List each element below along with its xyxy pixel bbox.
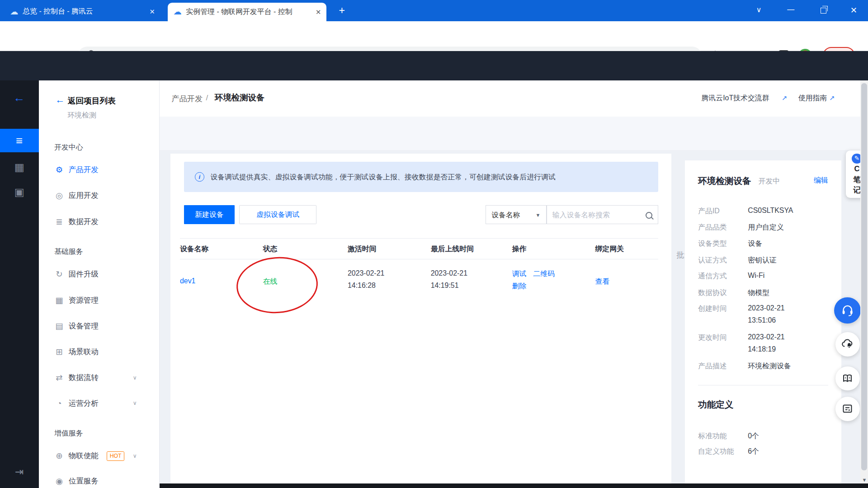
panel-divider (698, 385, 828, 385)
close-window-button[interactable]: ✕ (850, 5, 857, 15)
gateway-view-link[interactable]: 查看 (595, 277, 609, 286)
sidebar-section-dev-center: 开发中心 (54, 143, 83, 152)
rail-menu-item-active[interactable]: ≡ (0, 129, 39, 152)
layout-panel-icon[interactable]: ▣ (0, 186, 39, 198)
product-desc-value: 环境检测设备 (748, 361, 791, 371)
dropdown-arrow-icon: ▼ (535, 212, 540, 218)
col-operations: 操作 (512, 244, 527, 254)
device-debug-card: i 设备调试提供真实、虚拟设备调试功能，便于测试设备上报、接收数据是否正常，可创… (170, 154, 671, 483)
firmware-refresh-icon: ↻ (54, 269, 64, 279)
collapse-sidebar-icon[interactable]: ⇥ (0, 465, 39, 478)
open-book-icon (841, 372, 854, 385)
op-delete-link[interactable]: 删除 (512, 282, 527, 291)
device-doc-icon: ▤ (54, 321, 64, 331)
note-letter: C (854, 164, 860, 174)
table-header-row (180, 239, 658, 259)
new-device-button[interactable]: 新建设备 (184, 205, 235, 224)
virtual-device-debug-button[interactable]: 虚拟设备调试 (239, 205, 316, 224)
iot-community-link[interactable]: 腾讯云IoT技术交流群 (701, 94, 769, 103)
sidebar-item-resource-mgmt[interactable]: 资源管理 (69, 296, 99, 305)
notification-button[interactable] (835, 332, 860, 357)
tab-search-icon[interactable]: ∨ (756, 5, 762, 14)
last-online-time: 14:19:51 (431, 282, 459, 290)
external-link-icon: ↗ (782, 94, 787, 102)
user-guide-link[interactable]: 使用指南 (798, 94, 827, 103)
sidebar-item-data-flow[interactable]: 数据流转 (69, 373, 99, 383)
field-label: 产品品类 (698, 223, 727, 232)
grid-apps-icon[interactable]: ▦ (0, 161, 39, 174)
sidebar-section-value-added: 增值服务 (54, 429, 83, 438)
step-wizard: ✓ 物模型 › ✓ 设备开发 › ✓ 交互开发 › 4 设备调试 › 5 批量投… (160, 117, 868, 150)
minimize-button[interactable]: — (787, 5, 794, 14)
chevron-down-icon: ∨ (133, 400, 137, 406)
collapse-back-arrow-icon[interactable]: ← (13, 91, 25, 104)
product-id-value: CS0SLTKSYA (748, 206, 793, 215)
tab-title: 总览 - 控制台 - 腾讯云 (23, 7, 145, 16)
scrollbar-down-arrow[interactable]: ▼ (862, 477, 867, 483)
field-label: 认证方式 (698, 256, 727, 265)
browser-tab-iot-active[interactable]: ☁ 实例管理 - 物联网开发平台 - 控制 ✕ (168, 3, 326, 21)
op-debug-link[interactable]: 调试 (512, 269, 527, 279)
search-icon[interactable] (646, 212, 652, 219)
browser-tab-overview[interactable]: ☁ 总览 - 控制台 - 腾讯云 ✕ (5, 3, 160, 20)
chevron-down-icon: ∨ (133, 453, 137, 459)
breadcrumb-separator: / (206, 93, 208, 103)
window-bottom-edge (160, 483, 868, 488)
survey-list-icon (841, 403, 854, 415)
sidebar-item-app-dev[interactable]: 应用开发 (69, 191, 99, 201)
created-time-value: 13:51:06 (748, 316, 776, 324)
field-label: 创建时间 (698, 304, 727, 314)
tencent-cloud-favicon: ☁ (10, 7, 18, 17)
filter-field-dropdown[interactable]: 设备名称 ▼ (486, 205, 547, 224)
edit-link[interactable]: 编辑 (814, 176, 828, 185)
customer-service-button[interactable] (834, 297, 861, 324)
sidebar-item-location-service[interactable]: 位置服务 (69, 476, 99, 486)
modified-date-value: 2023-02-21 (748, 333, 784, 341)
product-info-panel: 环境检测设备 开发中 编辑 产品ID CS0SLTKSYA 产品品类 用户自定义… (685, 160, 842, 483)
page-title: 环境检测设备 (215, 92, 264, 103)
sidebar-item-scene-linkage[interactable]: 场景联动 (69, 347, 99, 357)
tab-title: 实例管理 - 物联网开发平台 - 控制 (186, 7, 311, 17)
modified-time-value: 14:18:19 (748, 345, 776, 353)
custom-feature-count: 6个 (748, 447, 759, 456)
page-scrollbar-thumb[interactable] (861, 83, 867, 470)
device-name-link[interactable]: dev1 (180, 277, 196, 285)
restore-window-button[interactable] (821, 8, 826, 14)
browser-address-bar: ← → ⟳ console.cloud.tencent.com/iotexplo… (0, 21, 868, 51)
device-type-value: 设备 (748, 239, 762, 249)
data-flow-icon: ⇄ (54, 373, 64, 383)
sidebar-item-device-mgmt[interactable]: 设备管理 (69, 321, 99, 331)
tab-close-icon[interactable]: ✕ (150, 8, 155, 15)
field-label: 通信方式 (698, 272, 727, 281)
sidebar-item-data-dev[interactable]: 数据开发 (69, 217, 99, 227)
target-icon: ◎ (54, 191, 64, 201)
info-icon: i (195, 172, 204, 182)
new-tab-button[interactable]: + (339, 5, 345, 17)
field-label: 更改时间 (698, 333, 727, 343)
back-arrow-icon[interactable]: ← (55, 94, 65, 105)
sidebar-item-iot-enable[interactable]: 物联使能 (69, 451, 99, 461)
list-menu-icon: ≡ (16, 134, 23, 147)
search-placeholder: 输入设备名称搜索 (552, 211, 610, 220)
cloud-bell-icon (841, 338, 854, 350)
analytics-icon: ◔ (54, 399, 64, 408)
documentation-button[interactable] (835, 366, 860, 391)
banner-text: 设备调试提供真实、虚拟设备调试功能，便于测试设备上报、接收数据是否正常，可创建测… (210, 173, 556, 182)
screen: ☁ 总览 - 控制台 - 腾讯云 ✕ ☁ 实例管理 - 物联网开发平台 - 控制… (0, 0, 868, 488)
activated-date: 2023-02-21 (348, 269, 384, 277)
op-qrcode-link[interactable]: 二维码 (533, 269, 555, 279)
resource-grid-icon: ▦ (54, 296, 64, 305)
project-name: 环境检测 (67, 111, 96, 120)
breadcrumb-parent[interactable]: 产品开发 (172, 93, 203, 104)
sidebar-section-basic-services: 基础服务 (54, 247, 83, 257)
device-search-input[interactable]: 输入设备名称搜索 (547, 205, 658, 224)
external-link-icon: ↗ (829, 94, 835, 102)
location-pin-icon: ◉ (54, 476, 64, 486)
back-to-project-list[interactable]: 返回项目列表 (67, 95, 116, 106)
sidebar-item-product-dev[interactable]: 产品开发 (69, 165, 99, 175)
col-bound-gateway: 绑定网关 (595, 244, 624, 254)
survey-feedback-button[interactable] (835, 397, 860, 421)
sidebar-item-firmware-upgrade[interactable]: 固件升级 (69, 269, 99, 279)
sidebar-item-operation-analysis[interactable]: 运营分析 (69, 399, 99, 408)
tab-close-icon[interactable]: ✕ (316, 8, 321, 16)
